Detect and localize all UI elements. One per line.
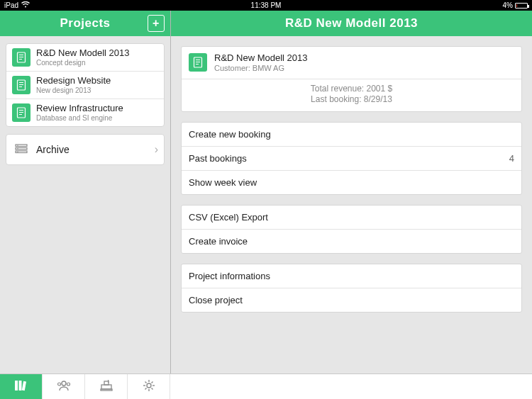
svg-line-38 xyxy=(151,388,153,389)
tabbar-spacer xyxy=(170,374,532,399)
csv-export-label: CSV (Excel) Export xyxy=(189,212,268,223)
project-subtitle: New design 2013 xyxy=(36,86,111,94)
close-project-button[interactable]: Close project xyxy=(182,288,521,312)
export-actions: CSV (Excel) Export Create invoice xyxy=(181,205,522,254)
svg-point-17 xyxy=(17,152,18,152)
week-view-label: Show week view xyxy=(189,177,257,188)
svg-rect-10 xyxy=(19,112,23,113)
past-bookings-count: 4 xyxy=(509,153,514,164)
archive-button[interactable]: Archive › xyxy=(6,135,164,164)
svg-rect-1 xyxy=(19,55,23,55)
books-icon xyxy=(13,379,29,395)
svg-point-26 xyxy=(57,383,60,386)
gear-icon xyxy=(141,379,157,395)
plus-icon: + xyxy=(153,17,160,30)
document-icon xyxy=(12,103,31,122)
people-icon xyxy=(56,379,72,395)
svg-rect-31 xyxy=(108,380,109,383)
svg-point-27 xyxy=(67,383,70,386)
create-booking-label: Create new booking xyxy=(189,129,271,140)
sidebar-header: Projects + xyxy=(0,11,170,36)
svg-line-37 xyxy=(145,381,146,383)
svg-line-40 xyxy=(145,388,146,389)
project-title: Review Infrastructure xyxy=(36,103,123,113)
project-header-row: R&D New Modell 2013 Customer: BMW AG xyxy=(182,47,521,79)
tab-settings[interactable] xyxy=(128,374,170,399)
clock: 11:38 PM xyxy=(251,1,282,9)
last-booking: Last booking: 8/29/13 xyxy=(182,94,521,106)
svg-rect-29 xyxy=(101,389,112,390)
svg-rect-9 xyxy=(19,110,23,111)
sidebar-title: Projects xyxy=(60,16,110,30)
document-icon xyxy=(189,53,207,72)
chevron-right-icon: › xyxy=(155,143,158,156)
svg-rect-2 xyxy=(19,57,23,57)
archive-icon xyxy=(12,140,31,159)
create-invoice-label: Create invoice xyxy=(189,236,248,247)
svg-rect-3 xyxy=(19,59,22,60)
battery-percent: 4% xyxy=(503,1,513,9)
svg-rect-21 xyxy=(196,64,199,64)
project-item-1[interactable]: Redesign Website New design 2013 xyxy=(6,72,164,99)
svg-rect-24 xyxy=(21,381,26,390)
svg-point-16 xyxy=(17,148,18,149)
document-icon xyxy=(12,48,31,67)
project-subtitle: Concept design xyxy=(36,59,130,67)
svg-rect-22 xyxy=(15,381,18,390)
archive-group: Archive › xyxy=(6,134,165,165)
tab-bar xyxy=(0,373,532,399)
close-project-label: Close project xyxy=(189,295,243,305)
project-info-label: Project informations xyxy=(189,271,270,281)
create-invoice-button[interactable]: Create invoice xyxy=(182,230,521,253)
csv-export-button[interactable]: CSV (Excel) Export xyxy=(182,206,521,230)
project-item-0[interactable]: R&D New Modell 2013 Concept design xyxy=(6,44,164,72)
svg-point-15 xyxy=(17,145,18,146)
project-customer: Customer: BMW AG xyxy=(214,64,308,73)
status-bar: iPad 11:38 PM 4% xyxy=(0,0,532,11)
svg-rect-20 xyxy=(196,62,200,62)
svg-rect-7 xyxy=(19,86,22,87)
project-summary: Total revenue: 2001 $ Last booking: 8/29… xyxy=(182,79,521,111)
project-title: Redesign Website xyxy=(36,76,111,86)
device-label: iPad xyxy=(4,1,18,9)
project-item-2[interactable]: Review Infrastructure Database and SI en… xyxy=(6,99,164,126)
battery-icon xyxy=(515,3,528,9)
project-list: R&D New Modell 2013 Concept design Redes… xyxy=(6,43,165,127)
svg-rect-23 xyxy=(18,381,21,390)
svg-rect-6 xyxy=(19,84,23,85)
project-title: R&D New Modell 2013 xyxy=(36,48,130,58)
cash-register-icon xyxy=(99,379,114,395)
svg-rect-28 xyxy=(101,385,111,389)
main-header: R&D New Modell 2013 xyxy=(171,11,532,36)
svg-line-39 xyxy=(151,381,153,383)
past-bookings-button[interactable]: Past bookings 4 xyxy=(182,147,521,171)
add-project-button[interactable]: + xyxy=(148,15,165,32)
tab-customers[interactable] xyxy=(43,374,85,399)
week-view-button[interactable]: Show week view xyxy=(182,171,521,194)
document-icon xyxy=(12,76,31,94)
project-name: R&D New Modell 2013 xyxy=(214,52,308,64)
svg-rect-19 xyxy=(196,60,200,60)
create-booking-button[interactable]: Create new booking xyxy=(182,123,521,147)
past-bookings-label: Past bookings xyxy=(189,153,247,164)
total-revenue: Total revenue: 2001 $ xyxy=(182,84,521,95)
wifi-icon xyxy=(21,1,30,9)
sidebar: Projects + R&D New Modell 2013 Concept d… xyxy=(0,11,171,373)
tab-register[interactable] xyxy=(85,374,128,399)
archive-label: Archive xyxy=(36,144,155,155)
svg-rect-11 xyxy=(19,114,22,115)
project-subtitle: Database and SI engine xyxy=(36,114,123,122)
main-panel: R&D New Modell 2013 R&D New Modell 2013 … xyxy=(171,11,532,373)
booking-actions: Create new booking Past bookings 4 Show … xyxy=(181,122,522,195)
svg-rect-5 xyxy=(19,82,23,83)
svg-point-25 xyxy=(62,381,66,386)
project-info-button[interactable]: Project informations xyxy=(182,264,521,288)
tab-projects[interactable] xyxy=(0,374,43,399)
project-summary-card: R&D New Modell 2013 Customer: BMW AG Tot… xyxy=(181,46,522,112)
svg-point-32 xyxy=(147,383,151,388)
main-title: R&D New Modell 2013 xyxy=(285,16,418,30)
project-actions: Project informations Close project xyxy=(181,264,522,313)
